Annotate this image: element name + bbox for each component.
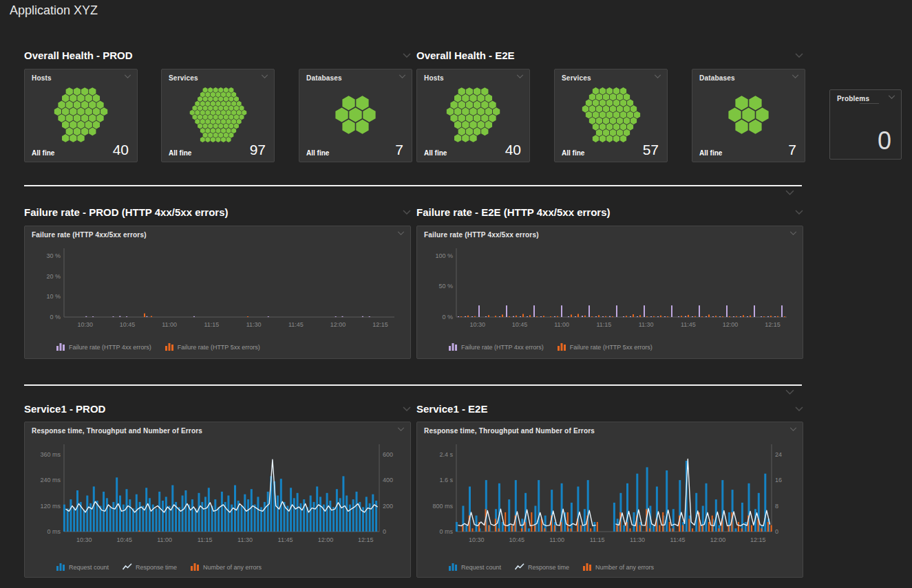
- svg-text:10:45: 10:45: [120, 321, 136, 328]
- legend-item[interactable]: Request count: [449, 563, 501, 571]
- service-chart-tile-prod[interactable]: Response time, Throughput and Number of …: [24, 422, 411, 578]
- chart-legend: Request countResponse timeNumber of any …: [56, 563, 262, 571]
- chevron-down-icon[interactable]: [795, 210, 803, 215]
- chart-title: Failure rate (HTTP 4xx/5xx errors): [32, 231, 147, 239]
- health-tile-hosts-e2e[interactable]: Hosts All fine 40: [416, 69, 530, 162]
- legend-item[interactable]: Failure rate (HTTP 4xx errors): [56, 343, 151, 351]
- svg-text:11:45: 11:45: [681, 321, 696, 328]
- svg-text:11:00: 11:00: [554, 321, 569, 328]
- section-header-health-prod: Overall Health - PROD: [24, 50, 411, 61]
- svg-text:20 %: 20 %: [46, 273, 61, 280]
- honeycomb-databases: [304, 86, 407, 144]
- svg-text:10:30: 10:30: [77, 321, 93, 328]
- legend-item[interactable]: Response time: [123, 563, 177, 571]
- entity-count: 57: [643, 142, 659, 157]
- section-title: Overall Health - E2E: [416, 50, 515, 61]
- svg-text:10:30: 10:30: [76, 536, 92, 543]
- health-tile-services-e2e[interactable]: Services All fine 57: [554, 69, 668, 162]
- legend-item[interactable]: Request count: [56, 563, 109, 571]
- section-header-service-prod: Service1 - PROD: [24, 403, 411, 415]
- chart-svg: 360 ms240 ms120 ms0 ms600400200010:3010:…: [32, 440, 403, 553]
- chevron-down-icon[interactable]: [789, 427, 797, 431]
- health-tile-databases-e2e[interactable]: Databases All fine 7: [692, 69, 805, 162]
- chevron-down-icon[interactable]: [785, 190, 794, 195]
- bar-series-icon: [583, 563, 592, 571]
- svg-text:0 %: 0 %: [50, 314, 61, 320]
- chevron-down-icon[interactable]: [888, 95, 895, 99]
- chevron-down-icon[interactable]: [403, 406, 411, 411]
- status-label: All fine: [169, 149, 191, 157]
- chevron-down-icon[interactable]: [795, 53, 803, 58]
- legend-label: Number of any errors: [203, 564, 262, 571]
- health-tile-services-prod[interactable]: Services All fine 97: [161, 69, 275, 162]
- svg-text:120 ms: 120 ms: [40, 503, 61, 510]
- svg-text:11:15: 11:15: [204, 321, 219, 328]
- chart-title: Response time, Throughput and Number of …: [424, 427, 595, 435]
- failure-chart-e2e: 100 %50 %0 %10:3010:4511:0011:1511:3011:…: [425, 244, 795, 339]
- honeycomb-svg: [446, 87, 500, 142]
- section-title: Overall Health - PROD: [24, 50, 133, 61]
- chevron-down-icon[interactable]: [261, 74, 268, 78]
- chevron-down-icon[interactable]: [789, 231, 797, 235]
- entity-count: 7: [788, 142, 796, 157]
- legend-item[interactable]: Failure rate (HTTP 5xx errors): [165, 343, 260, 351]
- honeycomb-svg: [728, 96, 770, 134]
- chart-legend: Failure rate (HTTP 4xx errors)Failure ra…: [56, 343, 260, 351]
- service-chart-tile-e2e[interactable]: Response time, Throughput and Number of …: [416, 422, 803, 578]
- svg-text:0 ms: 0 ms: [439, 528, 453, 535]
- chart-legend: Request countResponse timeNumber of any …: [449, 563, 654, 571]
- svg-text:200: 200: [383, 503, 393, 510]
- chevron-down-icon[interactable]: [403, 210, 411, 215]
- honeycomb-services: [166, 86, 270, 144]
- section-header-health-e2e: Overall Health - E2E: [416, 50, 803, 61]
- problems-tile[interactable]: Problems 0: [829, 89, 902, 160]
- page-title: Application XYZ: [10, 3, 98, 18]
- health-tile-databases-prod[interactable]: Databases All fine 7: [299, 69, 412, 162]
- line-series-icon: [515, 563, 524, 571]
- chevron-down-icon[interactable]: [795, 406, 803, 411]
- chevron-down-icon[interactable]: [124, 74, 131, 78]
- health-tile-hosts-prod[interactable]: Hosts All fine 40: [24, 69, 138, 162]
- honeycomb-svg: [189, 87, 247, 142]
- tile-label: Services: [562, 74, 591, 82]
- bar-series-icon: [449, 343, 458, 351]
- honeycomb-hosts: [421, 86, 525, 144]
- chart-svg: 100 %50 %0 %10:3010:4511:0011:1511:3011:…: [425, 244, 795, 336]
- svg-text:0: 0: [775, 528, 778, 535]
- chart-svg: 2.4 s1.6 s800 ms0 ms24168010:3010:4511:0…: [425, 440, 795, 553]
- svg-text:240 ms: 240 ms: [40, 477, 61, 483]
- svg-text:11:15: 11:15: [596, 321, 611, 328]
- legend-label: Response time: [528, 564, 569, 571]
- legend-item[interactable]: Number of any errors: [583, 563, 654, 571]
- chevron-down-icon[interactable]: [792, 74, 799, 78]
- svg-text:11:00: 11:00: [549, 536, 564, 543]
- legend-item[interactable]: Response time: [515, 563, 569, 571]
- legend-item[interactable]: Failure rate (HTTP 4xx errors): [449, 343, 544, 351]
- status-label: All fine: [32, 149, 54, 157]
- svg-text:16: 16: [775, 477, 782, 483]
- chevron-down-icon[interactable]: [785, 389, 794, 395]
- chevron-down-icon[interactable]: [399, 74, 406, 78]
- legend-item[interactable]: Number of any errors: [191, 563, 262, 571]
- bar-series-icon: [449, 563, 458, 571]
- chevron-down-icon[interactable]: [516, 74, 524, 78]
- legend-label: Request count: [461, 564, 501, 571]
- legend-item[interactable]: Failure rate (HTTP 5xx errors): [558, 343, 653, 351]
- entity-count: 40: [505, 142, 521, 157]
- svg-text:12:15: 12:15: [372, 321, 388, 328]
- status-label: All fine: [699, 149, 722, 157]
- svg-text:12:00: 12:00: [710, 536, 726, 543]
- svg-text:2.4 s: 2.4 s: [439, 451, 453, 458]
- bar-series-icon: [165, 343, 174, 351]
- chevron-down-icon[interactable]: [654, 74, 661, 78]
- failure-chart-tile-e2e[interactable]: Failure rate (HTTP 4xx/5xx errors) 100 %…: [416, 226, 803, 359]
- svg-text:50 %: 50 %: [438, 283, 453, 290]
- failure-chart-tile-prod[interactable]: Failure rate (HTTP 4xx/5xx errors) 30 %2…: [24, 226, 411, 359]
- chevron-down-icon[interactable]: [403, 53, 411, 58]
- chevron-down-icon[interactable]: [397, 427, 405, 431]
- chevron-down-icon[interactable]: [397, 231, 405, 235]
- svg-text:11:45: 11:45: [288, 321, 304, 328]
- svg-text:800 ms: 800 ms: [432, 503, 453, 510]
- svg-text:11:45: 11:45: [670, 536, 686, 543]
- svg-text:12:00: 12:00: [330, 321, 346, 328]
